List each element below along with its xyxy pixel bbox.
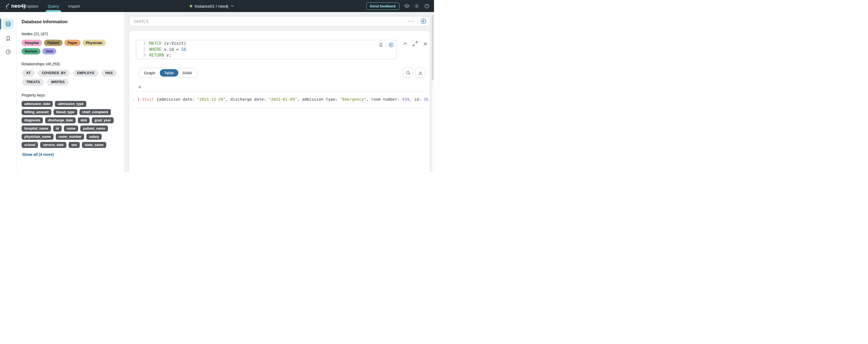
code-token: RETURN [149, 53, 164, 58]
nav-tab-import[interactable]: Import [66, 0, 83, 12]
node-label-pill[interactable]: Visit [42, 48, 56, 54]
property-key-chip[interactable]: grad_year [92, 117, 114, 123]
relationship-type-chip[interactable]: WRITES [46, 79, 69, 86]
scrollbar-thumb[interactable] [432, 15, 433, 80]
relationship-chip-list: ATCOVERED_BYEMPLOYSHASTREATSWRITES [22, 70, 118, 86]
code-token: (v:Visit) [161, 41, 186, 46]
property-key-chip[interactable]: hospital_name [22, 125, 51, 132]
result-view-tabs: GraphTableRAW [138, 68, 197, 78]
cypher-query-bar[interactable]: neo4j$ ··· [129, 16, 430, 26]
row-token: "2021-12-28" [197, 97, 226, 102]
rail-item-bookmarks[interactable] [3, 33, 14, 44]
row-token: 56 [424, 97, 428, 102]
property-key-chip[interactable]: patient_name [80, 125, 108, 132]
expand-frame-icon[interactable] [412, 41, 418, 47]
property-key-chip[interactable]: room_number [56, 134, 84, 140]
settings-gear-icon[interactable] [414, 3, 420, 9]
editor-line: 3RETURN v; [136, 53, 397, 59]
property-key-chip[interactable]: service_date [40, 142, 66, 148]
property-key-chip[interactable]: admission_date [22, 101, 53, 107]
save-bookmark-icon[interactable] [378, 42, 383, 47]
left-icon-rail [0, 12, 17, 172]
property-key-chip[interactable]: name [64, 125, 79, 132]
node-label-pill[interactable]: Payer [64, 40, 81, 46]
row-token: , admission_type: [297, 97, 340, 102]
query-result-card: 1MATCH (v:Visit)2WHERE v.id = 563RETURN … [129, 30, 430, 172]
node-pill-list: HospitalPatientPayerPhysicianReviewVisit [22, 40, 118, 54]
relationship-type-chip[interactable]: TREATS [22, 79, 44, 86]
rail-active-indicator [0, 19, 1, 30]
query-prompt[interactable]: neo4j$ [129, 19, 406, 24]
run-query-icon[interactable] [417, 18, 430, 24]
show-all-link[interactable]: Show all (4 more) [22, 152, 118, 157]
property-key-chip[interactable]: admission_type [55, 101, 86, 107]
row-token: :Visit [140, 97, 154, 102]
help-icon[interactable] [424, 3, 430, 9]
property-key-chip[interactable]: chief_complaint [80, 109, 111, 115]
search-icon [406, 70, 411, 76]
row-token: , room_number: [366, 97, 402, 102]
code-token: v; [164, 53, 171, 58]
instance-status-dot [190, 5, 192, 7]
code-token: v.id = [161, 47, 181, 52]
database-information-panel: Database information Nodes (21,187) Hosp… [17, 12, 124, 172]
property-key-chip[interactable]: salary [86, 134, 102, 140]
view-tab-graph[interactable]: Graph [140, 69, 160, 77]
property-key-chip[interactable]: id [53, 125, 62, 132]
editor-code: WHERE v.id = 56 [146, 47, 186, 53]
row-token: ( [137, 97, 140, 102]
header-actions: Send feedback [366, 0, 430, 12]
close-frame-icon[interactable] [422, 41, 428, 47]
property-key-chip[interactable]: sex [68, 142, 80, 148]
property-key-chip[interactable]: state_name [82, 142, 106, 148]
view-tab-raw[interactable]: RAW [178, 69, 196, 77]
panel-title: Database information [22, 19, 118, 24]
property-key-row: schoolservice_datesexstate_name [22, 142, 118, 148]
table-row[interactable]: (:Visit {admission_date: "2021-12-28", d… [137, 97, 429, 102]
vertical-scrollbar[interactable] [431, 12, 434, 172]
property-key-chip[interactable]: physician_name [22, 134, 54, 140]
property-key-chip[interactable]: billing_amount [22, 109, 51, 115]
collapse-frame-icon[interactable] [402, 41, 408, 47]
graduation-cap-icon[interactable] [404, 3, 409, 9]
nodes-count-label: Nodes (21,187) [22, 32, 118, 36]
view-tab-table[interactable]: Table [160, 69, 178, 77]
download-results-button[interactable] [415, 67, 426, 78]
property-key-chip[interactable]: dob [78, 117, 90, 123]
nav-tab-explore[interactable]: Explore [22, 0, 41, 12]
instance-selector[interactable]: Instance01 / neo4j [190, 0, 234, 12]
bookmark-icon [5, 35, 11, 41]
node-label-pill[interactable]: Review [22, 48, 40, 54]
property-key-chip[interactable]: discharge_date [45, 117, 76, 123]
row-token: , id: [409, 97, 423, 102]
node-label-pill[interactable]: Patient [44, 40, 62, 46]
history-clock-icon [5, 49, 11, 55]
header-nav-tabs: ExploreQueryImport [22, 0, 83, 12]
cypher-editor[interactable]: 1MATCH (v:Visit)2WHERE v.id = 563RETURN … [136, 40, 397, 59]
code-token: 56 [181, 47, 186, 52]
property-key-row: admission_dateadmission_type [22, 101, 118, 107]
more-options-icon[interactable]: ··· [406, 20, 417, 23]
search-results-button[interactable] [403, 67, 413, 78]
property-key-row: hospital_nameidnamepatient_name [22, 125, 118, 132]
property-key-chip[interactable]: school [22, 142, 38, 148]
app-header: neo4j ExploreQueryImport Instance01 / ne… [0, 0, 434, 12]
property-key-chip[interactable]: blood_type [54, 109, 77, 115]
rail-item-database[interactable] [3, 19, 14, 30]
chevron-down-icon [231, 5, 234, 7]
table-column-header: v [138, 85, 141, 89]
send-feedback-button[interactable]: Send feedback [366, 2, 399, 10]
relationship-type-chip[interactable]: EMPLOYS [72, 70, 99, 77]
relationship-type-chip[interactable]: AT [22, 70, 35, 77]
relationship-type-chip[interactable]: COVERED_BY [37, 70, 70, 77]
node-label-pill[interactable]: Hospital [22, 40, 42, 46]
main-area: neo4j$ ··· 1MATCH (v:Visit)2WHERE v.id =… [125, 12, 434, 172]
nav-tab-query[interactable]: Query [45, 0, 62, 12]
editor-run-icon[interactable] [389, 42, 394, 48]
editor-line: 1MATCH (v:Visit) [136, 41, 397, 47]
node-label-pill[interactable]: Physician [83, 40, 106, 46]
relationship-type-chip[interactable]: HAS [101, 70, 118, 77]
property-key-chip[interactable]: diagnosis [22, 117, 43, 123]
rail-item-history[interactable] [3, 47, 14, 57]
code-token: MATCH [149, 41, 161, 46]
